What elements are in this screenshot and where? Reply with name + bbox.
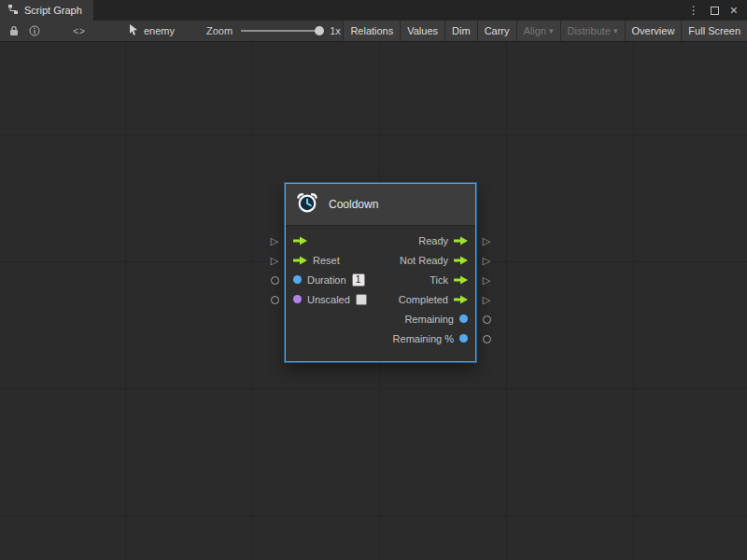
port-label: Completed: [399, 294, 448, 305]
close-icon[interactable]: ×: [730, 4, 738, 17]
menu-icon[interactable]: ⋮: [688, 4, 699, 17]
distribute-button: Distribute ▾: [560, 21, 625, 41]
graph-icon: [7, 2, 19, 19]
duration-field[interactable]: 1: [352, 273, 365, 287]
overview-button[interactable]: Overview: [625, 21, 682, 41]
port-row: Ready: [286, 231, 475, 250]
value-connector-icon[interactable]: [481, 333, 492, 344]
port-label: Tick: [430, 274, 448, 286]
zoom-slider[interactable]: [241, 30, 321, 32]
cooldown-node[interactable]: Cooldown Ready: [285, 183, 476, 362]
window-controls: ⋮ ×: [688, 0, 747, 21]
port-row: Remaining: [286, 309, 475, 329]
graph-toolbar: <> enemy Zoom 1x Relations Values: [0, 21, 747, 41]
cursor-icon: [129, 24, 138, 37]
carry-button[interactable]: Carry: [477, 21, 516, 41]
node-header[interactable]: Cooldown: [286, 184, 475, 226]
chevron-down-icon: ▾: [613, 26, 618, 35]
value-connector-icon[interactable]: [481, 314, 492, 325]
toolbar-buttons: Relations Values Dim Carry Align ▾ Distr…: [343, 21, 747, 41]
value-connector-icon[interactable]: [269, 274, 280, 286]
node-body: Ready Reset Not Ready: [286, 226, 475, 361]
port-row: Reset Not Ready: [286, 250, 475, 270]
alarm-clock-icon: [295, 190, 319, 218]
align-button: Align ▾: [516, 21, 560, 41]
tab-script-graph[interactable]: Script Graph: [0, 0, 93, 21]
graph-target-label: enemy: [144, 25, 175, 36]
port-label: Duration: [307, 274, 346, 286]
zoom-slider-handle[interactable]: [315, 26, 324, 35]
values-button[interactable]: Values: [400, 21, 444, 41]
info-icon: [29, 25, 40, 36]
flow-output-port[interactable]: [454, 295, 468, 304]
maximize-icon[interactable]: [711, 7, 719, 15]
titlebar: Script Graph ⋮ ×: [0, 0, 747, 21]
flow-connector-icon[interactable]: ▷: [481, 255, 492, 266]
tab-title: Script Graph: [24, 5, 82, 16]
flow-output-port[interactable]: [454, 236, 468, 245]
port-label: Remaining %: [393, 333, 454, 344]
flow-connector-icon[interactable]: ▷: [481, 235, 492, 246]
value-connector-icon[interactable]: [269, 294, 280, 305]
value-input-port[interactable]: [293, 275, 302, 284]
graph-target[interactable]: enemy: [129, 24, 175, 37]
port-label: Not Ready: [400, 255, 448, 266]
flow-connector-icon[interactable]: ▷: [481, 274, 492, 286]
inspect-button[interactable]: [24, 21, 45, 41]
flow-connector-icon[interactable]: ▷: [269, 235, 280, 246]
graph-canvas[interactable]: Cooldown Ready: [0, 41, 747, 560]
flow-connector-icon[interactable]: ▷: [269, 255, 280, 266]
dim-button[interactable]: Dim: [444, 21, 477, 41]
port-label: Reset: [313, 255, 340, 266]
boolean-input-port[interactable]: [293, 295, 302, 303]
full-screen-button[interactable]: Full Screen: [681, 21, 747, 41]
unscaled-checkbox[interactable]: [356, 294, 367, 305]
value-output-port[interactable]: [459, 315, 468, 323]
node-title: Cooldown: [329, 198, 378, 211]
script-graph-window: Script Graph ⋮ × <>: [0, 0, 747, 560]
value-output-port[interactable]: [459, 334, 468, 343]
port-row: Duration 1 Tick: [286, 270, 475, 289]
chevron-down-icon: ▾: [549, 26, 554, 35]
zoom-control: Zoom 1x: [206, 25, 341, 36]
flow-output-port[interactable]: [454, 256, 468, 265]
port-row: Unscaled Completed: [286, 289, 475, 309]
lock-button[interactable]: [4, 21, 24, 41]
relations-button[interactable]: Relations: [343, 21, 400, 41]
port-label: Unscaled: [307, 294, 350, 305]
port-row: Remaining %: [286, 329, 475, 348]
flow-connector-icon[interactable]: ▷: [481, 294, 492, 305]
port-label: Ready: [418, 235, 448, 246]
zoom-value: 1x: [330, 25, 341, 36]
edit-source-button[interactable]: <>: [69, 21, 90, 41]
zoom-label: Zoom: [206, 25, 233, 36]
code-icon: <>: [73, 26, 86, 36]
flow-input-port[interactable]: [293, 256, 307, 265]
flow-input-port[interactable]: [293, 236, 307, 245]
port-label: Remaining: [404, 314, 454, 325]
flow-output-port[interactable]: [454, 275, 468, 285]
lock-icon: [9, 25, 19, 36]
